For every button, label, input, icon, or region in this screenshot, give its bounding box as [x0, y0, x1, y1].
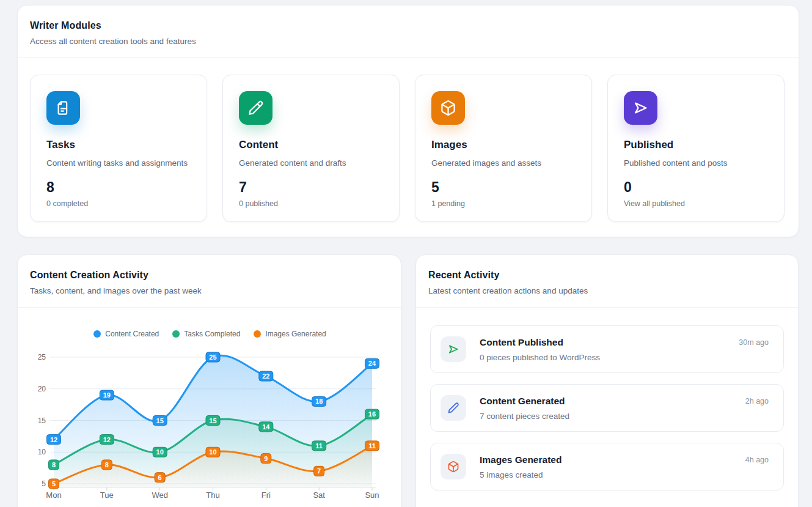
activity-timestamp: 2h ago: [745, 397, 769, 405]
svg-text:8: 8: [52, 461, 56, 468]
svg-text:18: 18: [315, 398, 323, 405]
svg-text:Sun: Sun: [365, 490, 379, 500]
module-title: Published: [624, 139, 768, 151]
module-description: Generated content and drafts: [239, 158, 383, 168]
module-description: Generated images and assets: [431, 158, 576, 168]
module-description: Published content and posts: [624, 158, 768, 168]
writer-modules-card: Writer Modules Access all content creati…: [17, 5, 799, 237]
chart-legend: Content Created Tasks Completed Images G…: [18, 330, 402, 338]
legend-item-content-created[interactable]: Content Created: [93, 330, 159, 338]
svg-text:10: 10: [209, 448, 216, 456]
svg-text:25: 25: [38, 353, 46, 361]
activity-title: Content Published: [480, 337, 725, 348]
svg-text:Wed: Wed: [152, 490, 168, 500]
svg-text:11: 11: [315, 442, 323, 450]
module-count: 5: [431, 179, 576, 196]
chart-card-header: Content Creation Activity Tasks, content…: [18, 255, 401, 308]
cube-icon: [441, 454, 466, 479]
svg-text:11: 11: [368, 442, 376, 450]
activity-description: 0 pieces published to WordPress: [480, 353, 725, 362]
svg-text:19: 19: [103, 391, 111, 399]
modules-row: Tasks Content writing tasks and assignme…: [18, 58, 799, 239]
module-title: Content: [239, 139, 383, 151]
activity-body: Images Generated 5 images created: [480, 454, 732, 479]
page-title: Writer Modules: [30, 20, 786, 31]
activity-title: Images Generated: [480, 454, 732, 465]
module-count: 7: [239, 179, 383, 196]
module-card-content[interactable]: Content Generated content and drafts 7 0…: [222, 75, 400, 222]
svg-text:Thu: Thu: [206, 490, 219, 500]
writer-modules-header: Writer Modules Access all content creati…: [18, 6, 799, 58]
activity-item-content-generated: Content Generated 7 content pieces creat…: [430, 384, 784, 432]
activity-timestamp: 4h ago: [745, 456, 769, 464]
svg-text:12: 12: [103, 436, 111, 443]
recent-activity-header: Recent Activity Latest content creation …: [416, 255, 798, 308]
module-meta: View all published: [624, 199, 768, 208]
activity-item-images-generated: Images Generated 5 images created 4h ago: [430, 443, 784, 490]
chart-subtitle: Tasks, content, and images over the past…: [30, 286, 389, 295]
module-meta: 0 published: [239, 199, 383, 208]
dashboard-page: { "writer_modules": { "title": "Writer M…: [0, 0, 812, 507]
activity-chart-card: Content Creation Activity Tasks, content…: [17, 254, 401, 507]
svg-text:7: 7: [317, 467, 321, 475]
module-title: Tasks: [46, 139, 191, 151]
activity-list: Content Published 0 pieces published to …: [416, 308, 798, 507]
svg-text:9: 9: [264, 455, 268, 462]
chart-title: Content Creation Activity: [30, 270, 389, 281]
activity-item-content-published: Content Published 0 pieces published to …: [430, 325, 784, 373]
legend-dot-icon: [93, 330, 101, 338]
svg-text:24: 24: [368, 360, 376, 367]
svg-text:5: 5: [52, 480, 56, 487]
legend-item-tasks-completed[interactable]: Tasks Completed: [172, 330, 240, 338]
svg-text:Fri: Fri: [262, 490, 271, 500]
legend-dot-icon: [254, 330, 261, 338]
module-description: Content writing tasks and assignments: [46, 158, 191, 168]
module-count: 0: [624, 179, 768, 196]
pencil-icon: [239, 91, 272, 125]
svg-text:20: 20: [38, 385, 46, 393]
send-icon: [624, 91, 657, 125]
recent-activity-title: Recent Activity: [428, 270, 786, 281]
module-title: Images: [431, 139, 576, 151]
svg-text:12: 12: [50, 436, 57, 443]
activity-body: Content Published 0 pieces published to …: [480, 337, 725, 362]
module-count: 8: [46, 179, 191, 196]
module-meta: 0 completed: [46, 199, 191, 208]
svg-text:15: 15: [38, 416, 46, 425]
svg-text:25: 25: [209, 353, 216, 361]
svg-text:22: 22: [262, 372, 269, 380]
svg-text:5: 5: [42, 479, 46, 488]
svg-text:8: 8: [105, 461, 109, 468]
module-card-tasks[interactable]: Tasks Content writing tasks and assignme…: [30, 75, 207, 222]
svg-text:Mon: Mon: [46, 490, 61, 500]
activity-timestamp: 30m ago: [739, 338, 769, 347]
page-subtitle: Access all content creation tools and fe…: [30, 37, 786, 46]
svg-text:Tue: Tue: [100, 490, 114, 500]
activity-body: Content Generated 7 content pieces creat…: [480, 396, 732, 421]
svg-text:Sat: Sat: [313, 490, 325, 500]
pencil-icon: [441, 395, 466, 421]
activity-description: 7 content pieces created: [480, 412, 732, 421]
cube-icon: [431, 91, 465, 125]
legend-label: Tasks Completed: [184, 330, 240, 338]
svg-text:15: 15: [209, 417, 216, 424]
svg-text:15: 15: [156, 417, 164, 424]
module-card-published[interactable]: Published Published content and posts 0 …: [607, 75, 785, 222]
legend-item-images-generated[interactable]: Images Generated: [254, 330, 326, 338]
legend-dot-icon: [172, 330, 180, 338]
recent-activity-subtitle: Latest content creation actions and upda…: [428, 286, 786, 295]
activity-chart: Content Created Tasks Completed Images G…: [18, 308, 402, 507]
svg-text:6: 6: [158, 474, 162, 481]
activity-description: 5 images created: [480, 470, 732, 479]
svg-text:10: 10: [156, 448, 164, 456]
module-meta: 1 pending: [431, 199, 576, 208]
legend-label: Images Generated: [265, 330, 326, 338]
document-icon: [46, 91, 80, 125]
legend-label: Content Created: [105, 330, 159, 338]
svg-text:14: 14: [262, 423, 270, 431]
module-card-images[interactable]: Images Generated images and assets 5 1 p…: [415, 75, 592, 222]
recent-activity-card: Recent Activity Latest content creation …: [415, 254, 799, 507]
svg-text:16: 16: [368, 410, 376, 418]
send-icon: [441, 336, 466, 362]
svg-text:10: 10: [38, 448, 46, 456]
